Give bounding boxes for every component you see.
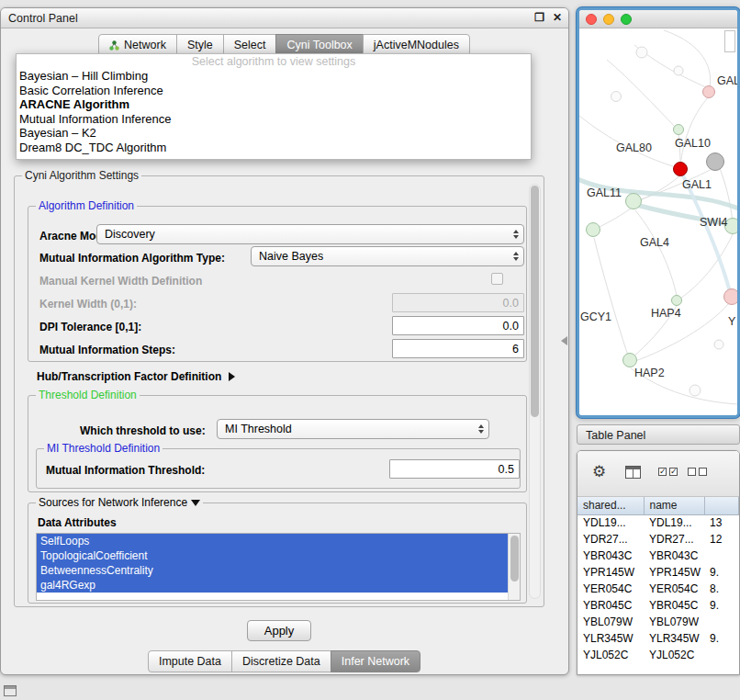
mac-close-button[interactable] [586, 14, 597, 25]
algorithm-option[interactable]: Mutual Information Inference [17, 112, 531, 127]
algorithm-option[interactable]: Dream8 DC_TDC Algorithm [17, 141, 531, 155]
table-row[interactable]: YBL079W YBL079W [577, 614, 739, 630]
network-node[interactable] [671, 295, 682, 306]
dpi-tolerance-field[interactable] [392, 316, 524, 335]
mi-threshold-field[interactable] [389, 459, 520, 479]
tab-label: jActiveMNodules [374, 39, 459, 51]
cell[interactable] [704, 548, 739, 564]
deselect-all-icon[interactable] [688, 468, 707, 476]
network-node[interactable] [586, 222, 600, 237]
cell[interactable]: YER054C [644, 581, 704, 597]
cell[interactable]: YPR145W [644, 564, 704, 581]
mi-type-select[interactable]: Naive Bayes [251, 246, 524, 266]
aracne-mode-select[interactable]: Discovery [96, 224, 524, 244]
kernel-width-label: Kernel Width (0,1): [39, 298, 137, 310]
gear-icon[interactable]: ⚙ [592, 462, 606, 481]
which-threshold-select[interactable]: MI Threshold [217, 419, 489, 439]
kernel-width-field[interactable] [392, 293, 524, 312]
network-node-highlighted[interactable] [673, 162, 688, 176]
cell[interactable]: YBR045C [577, 597, 644, 614]
cell[interactable]: YLR345W [644, 630, 704, 647]
collapse-down-icon[interactable] [191, 500, 200, 506]
attribute-list-scrollbar[interactable] [508, 534, 520, 600]
algorithm-option[interactable]: Basic Correlation Inference [17, 84, 531, 98]
node-label: GAL [717, 74, 737, 87]
network-canvas[interactable]: GAL80 GAL10 GAL11 GAL1 SWI4 GAL4 GCY1 HA… [579, 28, 737, 415]
network-node[interactable] [702, 85, 715, 98]
algorithm-option[interactable]: Bayesian – K2 [17, 126, 531, 141]
cell[interactable]: 13 [704, 514, 739, 531]
cell[interactable]: YBR043C [644, 548, 704, 564]
tab-discretize-data[interactable]: Discretize Data [231, 650, 331, 672]
cell[interactable]: YER054C [577, 581, 644, 597]
tab-impute-data[interactable]: Impute Data [148, 650, 232, 672]
table-row[interactable]: YBR045C YBR045C 9. [577, 597, 739, 614]
scrollbar-thumb[interactable] [510, 536, 519, 581]
node-label: SWI4 [700, 216, 728, 229]
network-node[interactable] [622, 353, 637, 367]
restore-panel-icon[interactable] [4, 685, 17, 696]
column-header[interactable] [704, 497, 739, 514]
manual-kernel-checkbox[interactable] [491, 273, 503, 285]
mi-steps-field[interactable] [392, 339, 524, 358]
network-node[interactable] [673, 124, 684, 135]
algorithm-option[interactable]: Bayesian – Hill Climbing [17, 69, 531, 84]
table-row[interactable]: YJL052C YJL052C [577, 647, 739, 663]
attribute-item-selected[interactable]: BetweennessCentrality [37, 563, 508, 578]
node-label: GAL10 [675, 137, 711, 150]
cell[interactable]: 9. [704, 564, 739, 581]
cell[interactable]: YPR145W [577, 564, 644, 581]
table-row[interactable]: YDL19... YDL19... 13 [577, 514, 739, 531]
mac-zoom-button[interactable] [621, 14, 632, 25]
splitter-collapse-icon[interactable] [561, 336, 567, 345]
hub-section-label: Hub/Transcription Factor Definition [37, 370, 221, 383]
settings-scrollbar[interactable] [529, 184, 541, 599]
mi-threshold-legend: MI Threshold Definition [47, 442, 160, 455]
table-row[interactable]: YER054C YER054C 8. [577, 581, 739, 597]
apply-button[interactable]: Apply [247, 620, 311, 641]
algorithm-option-selected[interactable]: ARACNE Algorithm [17, 97, 531, 112]
attribute-item-selected[interactable]: SelfLoops [37, 534, 508, 548]
table-row[interactable]: YDR27... YDR27... 12 [577, 531, 739, 548]
cell[interactable]: 9. [704, 630, 739, 647]
cell[interactable]: YBL079W [577, 614, 644, 630]
desktop: Control Panel ❐ ✕ Network [0, 0, 740, 700]
mac-minimize-button[interactable] [603, 14, 614, 25]
cell[interactable]: YDR27... [577, 531, 644, 548]
float-window-icon[interactable]: ❐ [534, 11, 544, 24]
table-row[interactable]: YBR043C YBR043C [577, 548, 739, 564]
cell[interactable]: YDR27... [644, 531, 704, 548]
scrollbar-thumb[interactable] [531, 186, 539, 417]
cell[interactable]: 12 [704, 531, 739, 548]
cell[interactable]: YBL079W [644, 614, 704, 630]
cell[interactable]: YLR345W [577, 630, 644, 647]
cell[interactable]: YBR045C [644, 597, 704, 614]
columns-icon[interactable] [625, 466, 641, 479]
combo-arrows-icon [513, 230, 519, 239]
cell[interactable]: YJL052C [577, 647, 644, 663]
cell[interactable]: 9. [704, 597, 739, 614]
network-scrollbar[interactable] [724, 30, 735, 52]
cell[interactable]: 8. [704, 581, 739, 597]
network-view-window: GAL80 GAL10 GAL11 GAL1 SWI4 GAL4 GCY1 HA… [577, 7, 740, 418]
cell[interactable]: YDL19... [644, 514, 704, 531]
close-icon[interactable]: ✕ [553, 11, 562, 24]
cell[interactable] [704, 647, 739, 663]
select-all-icon[interactable] [658, 468, 678, 476]
column-header[interactable]: name [644, 497, 704, 514]
table-row[interactable]: YPR145W YPR145W 9. [577, 564, 739, 581]
tab-infer-network[interactable]: Infer Network [331, 650, 420, 672]
hub-section-toggle[interactable]: Hub/Transcription Factor Definition [37, 370, 235, 383]
network-node[interactable] [706, 152, 724, 171]
cell[interactable]: YDL19... [577, 514, 644, 531]
cell[interactable]: YBR043C [577, 548, 644, 564]
table-row[interactable]: YLR345W YLR345W 9. [577, 630, 739, 647]
cell[interactable]: YJL052C [644, 647, 704, 663]
network-node[interactable] [625, 193, 642, 209]
attribute-item-selected[interactable]: gal4RGexp [37, 578, 508, 593]
column-header[interactable]: shared... [577, 497, 644, 514]
attribute-item-selected[interactable]: TopologicalCoefficient [37, 548, 508, 563]
cell[interactable] [704, 614, 739, 630]
node-label: HAP2 [634, 367, 665, 379]
network-node[interactable] [723, 288, 737, 305]
